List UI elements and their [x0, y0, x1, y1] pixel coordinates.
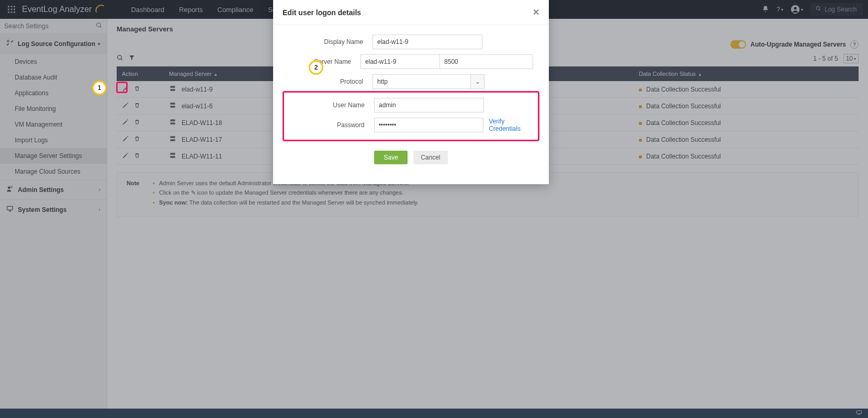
cancel-button[interactable]: Cancel	[413, 151, 447, 164]
user-name-label: User Name	[290, 101, 374, 109]
credentials-highlight: User Name Password Verify Credentials	[283, 91, 539, 141]
close-icon[interactable]: ✕	[533, 7, 539, 17]
save-button[interactable]: Save	[374, 151, 407, 164]
verify-credentials-link[interactable]: Verify Credentials	[489, 118, 538, 132]
modal-title: Edit user logon details	[283, 8, 361, 17]
port-input[interactable]	[439, 54, 533, 69]
edit-icon-highlight	[116, 82, 128, 93]
server-name-label: Server Name	[289, 58, 360, 65]
display-name-input[interactable]	[373, 35, 482, 49]
password-input[interactable]	[374, 118, 484, 132]
user-name-input[interactable]	[374, 98, 484, 112]
chevron-down-icon[interactable]: ⌄	[471, 74, 484, 89]
display-name-label: Display Name	[289, 38, 373, 46]
edit-logon-modal: Edit user logon details ✕ Display Name S…	[273, 0, 549, 184]
annotation-badge-2: 2	[309, 60, 323, 75]
password-label: Password	[290, 121, 374, 129]
annotation-badge-1: 1	[92, 81, 107, 95]
server-name-input[interactable]	[360, 54, 440, 69]
protocol-select[interactable]: http	[373, 74, 471, 89]
protocol-label: Protocol	[289, 78, 373, 85]
